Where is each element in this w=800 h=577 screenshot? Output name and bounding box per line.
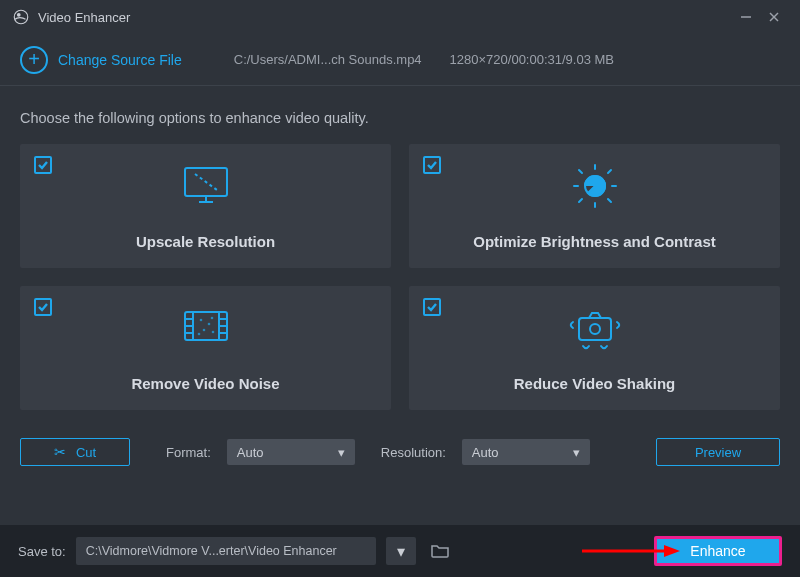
checkbox-icon[interactable] — [423, 298, 441, 316]
change-source-link[interactable]: Change Source File — [58, 52, 182, 68]
card-label: Upscale Resolution — [136, 233, 275, 250]
source-path: C:/Users/ADMI...ch Sounds.mp4 — [234, 52, 422, 67]
save-to-label: Save to: — [18, 544, 66, 559]
source-bar: + Change Source File C:/Users/ADMI...ch … — [0, 34, 800, 86]
checkbox-icon[interactable] — [34, 298, 52, 316]
main-area: Choose the following options to enhance … — [0, 86, 800, 482]
card-remove-video-noise[interactable]: Remove Video Noise — [20, 286, 391, 410]
camera-shake-icon — [565, 306, 625, 354]
film-icon — [179, 306, 233, 350]
svg-line-6 — [195, 174, 217, 190]
save-path-dropdown[interactable]: ▾ — [386, 537, 416, 565]
save-bar: Save to: C:\Vidmore\Vidmore V...erter\Vi… — [0, 525, 800, 577]
svg-point-27 — [199, 319, 202, 322]
svg-line-16 — [608, 170, 611, 173]
scissors-icon: ✂ — [54, 444, 66, 460]
card-upscale-resolution[interactable]: Upscale Resolution — [20, 144, 391, 268]
svg-rect-33 — [579, 318, 611, 340]
svg-point-32 — [211, 331, 214, 334]
instruction-text: Choose the following options to enhance … — [20, 110, 780, 126]
checkbox-icon[interactable] — [34, 156, 52, 174]
add-source-icon[interactable]: + — [20, 46, 48, 74]
card-optimize-brightness[interactable]: Optimize Brightness and Contrast — [409, 144, 780, 268]
minimize-button[interactable] — [732, 3, 760, 31]
save-path-input[interactable]: C:\Vidmore\Vidmore V...erter\Video Enhan… — [76, 537, 376, 565]
svg-point-28 — [207, 323, 210, 326]
checkbox-icon[interactable] — [423, 156, 441, 174]
enhance-label: Enhance — [690, 543, 745, 559]
format-value: Auto — [237, 445, 264, 460]
svg-point-0 — [14, 10, 28, 24]
card-label: Reduce Video Shaking — [514, 375, 675, 392]
option-cards: Upscale Resolution Optimize Brightnes — [20, 144, 780, 410]
svg-line-15 — [608, 199, 611, 202]
source-meta: 1280×720/00:00:31/9.03 MB — [450, 52, 614, 67]
close-button[interactable] — [760, 3, 788, 31]
svg-point-34 — [590, 324, 600, 334]
browse-folder-button[interactable] — [426, 537, 454, 565]
resolution-select[interactable]: Auto ▾ — [462, 439, 590, 465]
title-bar: Video Enhancer — [0, 0, 800, 34]
resolution-label: Resolution: — [381, 445, 446, 460]
card-label: Remove Video Noise — [131, 375, 279, 392]
svg-point-31 — [197, 333, 200, 336]
app-icon — [12, 8, 30, 26]
enhance-button[interactable]: Enhance — [654, 536, 782, 566]
sun-icon — [568, 164, 622, 212]
card-label: Optimize Brightness and Contrast — [473, 233, 716, 250]
resolution-value: Auto — [472, 445, 499, 460]
window-title: Video Enhancer — [38, 10, 130, 25]
preview-button[interactable]: Preview — [656, 438, 780, 466]
card-reduce-video-shaking[interactable]: Reduce Video Shaking — [409, 286, 780, 410]
format-label: Format: — [166, 445, 211, 460]
svg-point-1 — [17, 13, 21, 17]
preview-label: Preview — [695, 445, 741, 460]
svg-line-14 — [579, 170, 582, 173]
toolbar: ✂ Cut Format: Auto ▾ Resolution: Auto ▾ … — [20, 438, 780, 482]
folder-icon — [430, 543, 450, 559]
chevron-down-icon: ▾ — [397, 542, 405, 561]
monitor-icon — [179, 164, 233, 212]
svg-line-17 — [579, 199, 582, 202]
format-select[interactable]: Auto ▾ — [227, 439, 355, 465]
save-path-value: C:\Vidmore\Vidmore V...erter\Video Enhan… — [86, 544, 337, 558]
svg-point-30 — [210, 317, 213, 320]
svg-point-29 — [202, 329, 205, 332]
chevron-down-icon: ▾ — [338, 445, 345, 460]
chevron-down-icon: ▾ — [573, 445, 580, 460]
cut-label: Cut — [76, 445, 96, 460]
cut-button[interactable]: ✂ Cut — [20, 438, 130, 466]
